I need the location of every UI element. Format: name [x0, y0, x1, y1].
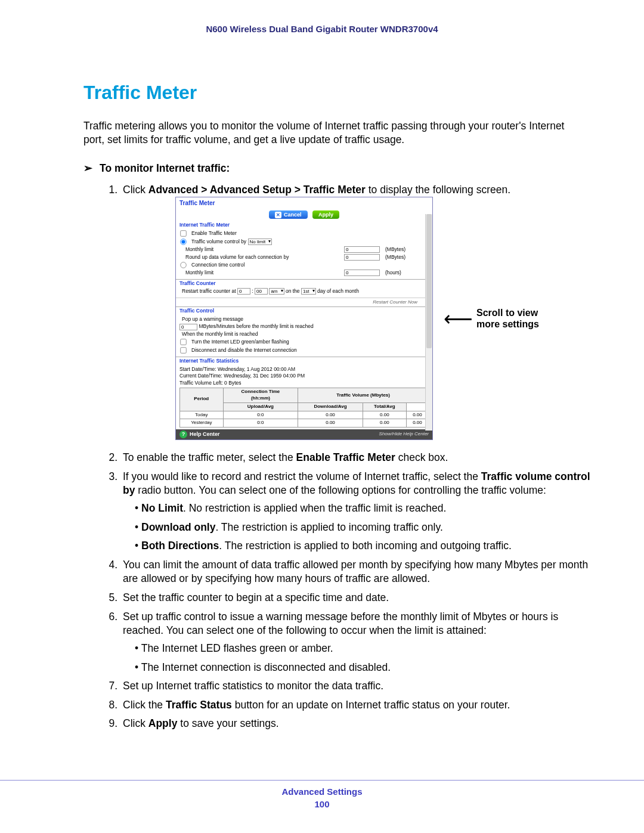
traffic-volume-label: Traffic volume control by	[191, 239, 246, 245]
step-6: Set up traffic control to issue a warnin…	[120, 610, 590, 675]
restart-counter-button[interactable]: Restart Counter Now	[176, 298, 432, 307]
steps-list: Click Advanced > Advanced Setup > Traffi…	[120, 183, 590, 732]
step-1: Click Advanced > Advanced Setup > Traffi…	[120, 183, 590, 441]
connection-time-radio[interactable]	[180, 262, 186, 268]
bullet-download-only: Download only. The restriction is applie…	[135, 521, 590, 535]
step-9: Click Apply to save your settings.	[120, 717, 590, 731]
intro-paragraph: Traffic metering allows you to monitor t…	[83, 119, 584, 147]
step-2: To enable the traffic meter, select the …	[120, 451, 590, 465]
cancel-button[interactable]: ✕Cancel	[269, 210, 308, 219]
page-footer: Advanced Settings 100	[0, 780, 644, 809]
bullet-disconnect: The Internet connection is disconnected …	[135, 661, 590, 675]
task-heading: ➢To monitor Internet traffic:	[54, 162, 590, 175]
restart-ampm-select[interactable]: am	[269, 288, 284, 295]
scroll-thumb[interactable]	[426, 214, 432, 348]
led-flash-label: Turn the Internet LED green/amber flashi…	[191, 339, 289, 345]
connection-time-label: Connection time control	[191, 262, 244, 268]
traffic-meter-screenshot: Traffic Meter ✕Cancel Apply Internet Tra…	[175, 197, 433, 440]
restart-end-text: day of each month	[317, 288, 359, 295]
enable-traffic-meter-label: Enable Traffic Meter	[191, 230, 237, 237]
roundup-unit: (MBytes)	[385, 254, 405, 261]
traffic-volume-radio[interactable]	[180, 239, 186, 245]
close-icon: ✕	[275, 212, 281, 218]
step-8: Click the Traffic Status button for an u…	[120, 698, 590, 713]
help-icon: ?	[179, 431, 187, 438]
popup-warning-label: Pop up a warning message	[182, 316, 243, 323]
footer-page-number: 100	[0, 799, 644, 809]
disconnect-checkbox[interactable]	[180, 348, 186, 354]
restart-day-select[interactable]: 1st	[301, 288, 316, 295]
section-traffic-control: Traffic Control	[179, 308, 429, 314]
product-header: N600 Wireless Dual Band Gigabit Router W…	[54, 24, 590, 34]
th-download: Download/Avg	[298, 402, 363, 411]
task-arrow-icon: ➢	[83, 162, 92, 174]
monthly-limit2-input[interactable]: 0	[344, 270, 380, 276]
volume-control-select[interactable]: No limit	[248, 239, 273, 245]
table-row: Yesterday0:00.000.000.00	[180, 419, 429, 428]
th-volume: Traffic Volume (Mbytes)	[298, 388, 429, 403]
th-conn: Connection Time(hh:mm)	[223, 388, 298, 403]
task-heading-text: To monitor Internet traffic:	[100, 162, 230, 174]
restart-counter-label: Restart traffic counter at	[182, 288, 236, 295]
disconnect-label: Disconnect and disable the Internet conn…	[191, 347, 297, 354]
roundup-label: Round up data volume for each connection…	[185, 254, 289, 261]
warning-tail-text: MBytes/Minutes before the monthly limit …	[199, 323, 313, 330]
monthly-limit-unit: (MBytes)	[385, 246, 405, 253]
stat-current: Current Date/Time: Wednesday, 31 Dec 195…	[179, 373, 429, 379]
section-internet-traffic-meter: Internet Traffic Meter	[179, 222, 429, 228]
section-traffic-stats: Internet Traffic Statistics	[179, 358, 429, 364]
restart-min-input[interactable]: 00	[255, 288, 268, 295]
monthly-limit-input[interactable]: 0	[344, 246, 380, 253]
bullet-led-flash: The Internet LED flashes green or amber.	[135, 642, 590, 656]
monthly-limit2-unit: (hours)	[385, 270, 401, 276]
th-total: Total/Avg	[363, 402, 406, 411]
help-center-bar[interactable]: ?Help Center Show/Hide Help Center	[176, 429, 432, 439]
scroll-annotation: ⟵ Scroll to viewmore settings	[444, 307, 539, 330]
monthly-limit2-label: Monthly limit	[185, 270, 213, 276]
section-title: Traffic Meter	[83, 82, 590, 104]
table-row: Today0:00.000.000.00	[180, 411, 429, 419]
panel-title: Traffic Meter	[176, 197, 432, 209]
when-limit-label: When the monthly limit is reached	[182, 331, 258, 337]
th-upload: Upload/Avg	[223, 402, 298, 411]
restart-hour-input[interactable]: 0	[237, 288, 250, 295]
show-hide-help-link[interactable]: Show/Hide Help Center	[379, 431, 429, 438]
step-5: Set the traffic counter to begin at a sp…	[120, 591, 590, 605]
monthly-limit-label: Monthly limit	[185, 246, 213, 253]
step-7: Set up Internet traffic statistics to mo…	[120, 679, 590, 693]
section-traffic-counter: Traffic Counter	[179, 280, 429, 287]
apply-button[interactable]: Apply	[312, 210, 339, 219]
step-4: You can limit the amount of data traffic…	[120, 558, 590, 586]
bullet-both-directions: Both Directions. The restriction is appl…	[135, 539, 590, 553]
stats-table: Period Connection Time(hh:mm) Traffic Vo…	[179, 388, 429, 428]
stat-left: Traffic Volume Left: 0 Bytes	[179, 380, 429, 386]
step-3: If you would like to record and restrict…	[120, 470, 590, 553]
footer-section-name: Advanced Settings	[0, 786, 644, 797]
restart-on-text: on the	[286, 288, 300, 295]
enable-traffic-meter-checkbox[interactable]	[180, 231, 186, 237]
th-period: Period	[180, 388, 224, 411]
stat-start: Start Date/Time: Wednesday, 1 Aug 2012 0…	[179, 366, 429, 373]
roundup-input[interactable]: 0	[344, 254, 380, 261]
warning-value-input[interactable]: 0	[179, 324, 197, 330]
led-flash-checkbox[interactable]	[180, 339, 186, 345]
bullet-no-limit: No Limit. No restriction is applied when…	[135, 501, 590, 516]
